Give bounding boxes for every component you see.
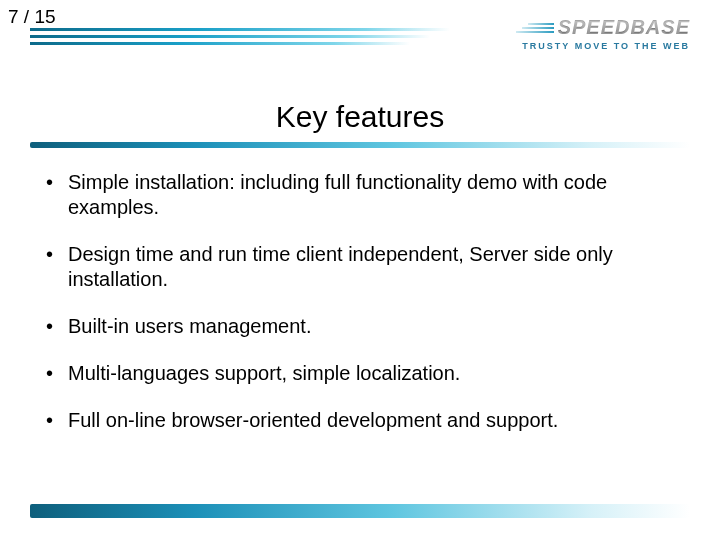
list-item: Multi-languages support, simple localiza…	[40, 361, 680, 386]
logo-wordmark: SPEEDBASE	[558, 16, 690, 39]
list-item: Built-in users management.	[40, 314, 680, 339]
header-decor-lines	[30, 28, 450, 49]
list-item: Design time and run time client independ…	[40, 242, 680, 292]
footer-decor-bar	[30, 504, 690, 518]
title-underline	[30, 142, 690, 148]
slide-title: Key features	[0, 100, 720, 134]
list-item: Simple installation: including full func…	[40, 170, 680, 220]
feature-list: Simple installation: including full func…	[40, 170, 680, 433]
logo-stripes-icon	[516, 23, 554, 33]
page-counter: 7 / 15	[8, 6, 56, 28]
content-area: Simple installation: including full func…	[40, 170, 680, 455]
list-item: Full on-line browser-oriented developmen…	[40, 408, 680, 433]
logo-tagline: TRUSTY MOVE TO THE WEB	[470, 41, 690, 51]
brand-logo: SPEEDBASE TRUSTY MOVE TO THE WEB	[470, 16, 690, 51]
